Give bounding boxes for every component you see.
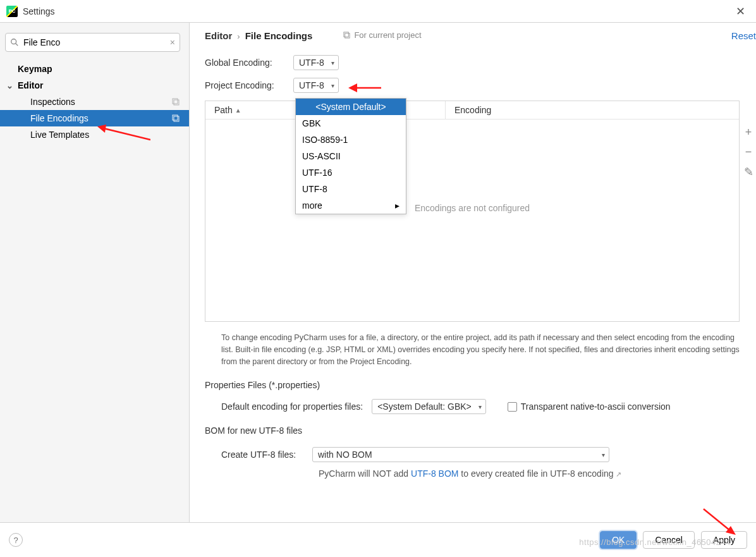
- breadcrumb-parent[interactable]: Editor: [205, 30, 232, 41]
- help-button[interactable]: ?: [9, 533, 23, 547]
- encoding-option-utf8[interactable]: UTF-8: [296, 181, 406, 197]
- title-bar: PC Settings ✕: [0, 0, 756, 23]
- properties-row: Default encoding for properties files: <…: [205, 399, 756, 414]
- svg-rect-6: [344, 32, 348, 37]
- dropdown-value: UTF-8: [299, 58, 324, 68]
- global-encoding-dropdown[interactable]: UTF-8: [293, 55, 339, 70]
- project-encoding-row: Project Encoding: UTF-8: [205, 78, 756, 93]
- sidebar: × Keymap Editor Inspections File Encodin…: [0, 23, 190, 522]
- edit-row-button[interactable]: ✎: [742, 165, 755, 179]
- col-label: Encoding: [454, 105, 491, 115]
- svg-rect-3: [174, 100, 179, 105]
- project-encoding-dropdown[interactable]: UTF-8: [293, 78, 339, 93]
- footer-buttons: OK Cancel Apply: [600, 531, 747, 549]
- sidebar-item-label: File Encodings: [30, 113, 88, 123]
- content: Editor › File Encodings For current proj…: [190, 23, 756, 522]
- close-icon[interactable]: ✕: [731, 4, 750, 18]
- scope-text: For current project: [354, 30, 421, 40]
- window-title: Settings: [23, 6, 55, 16]
- bom-section-title: BOM for new UTF-8 files: [205, 425, 756, 436]
- path-encoding-table: Path ▲ Encoding Encodings are not config…: [205, 101, 740, 322]
- bom-dropdown[interactable]: with NO BOM: [312, 447, 609, 462]
- svg-rect-7: [345, 34, 350, 38]
- add-row-button[interactable]: +: [742, 126, 755, 139]
- properties-label: Default encoding for properties files:: [221, 401, 363, 412]
- global-encoding-row: Global Encoding: UTF-8: [205, 55, 756, 70]
- apply-button[interactable]: Apply: [701, 531, 747, 549]
- properties-section-title: Properties Files (*.properties): [205, 380, 756, 390]
- dropdown-value: with NO BOM: [318, 450, 372, 460]
- bom-row: Create UTF-8 files: with NO BOM: [205, 447, 756, 462]
- settings-tree: Keymap Editor Inspections File Encodings…: [0, 61, 189, 143]
- submenu-arrow-icon: ▸: [395, 200, 399, 211]
- encoding-popup: <System Default> GBK ISO-8859-1 US-ASCII…: [295, 98, 406, 214]
- sidebar-item-label: Inspections: [30, 97, 75, 107]
- breadcrumb-current: File Encodings: [245, 30, 313, 41]
- search-icon: [10, 38, 19, 47]
- note-pre: PyCharm will NOT add: [319, 468, 411, 479]
- checkbox-label: Transparent native-to-ascii conversion: [521, 401, 671, 412]
- sidebar-item-file-encodings[interactable]: File Encodings: [0, 110, 189, 126]
- bom-note: PyCharm will NOT add UTF-8 BOM to every …: [205, 468, 756, 479]
- pycharm-icon: PC: [6, 6, 18, 17]
- sidebar-item-editor[interactable]: Editor: [0, 77, 189, 94]
- svg-rect-4: [173, 115, 178, 120]
- sidebar-item-label: Live Templates: [30, 130, 89, 140]
- dropdown-value: <System Default: GBK>: [377, 401, 472, 412]
- sidebar-item-label: Editor: [18, 80, 43, 90]
- svg-rect-2: [173, 99, 178, 104]
- encoding-option-gbk[interactable]: GBK: [296, 115, 406, 132]
- remove-row-button[interactable]: −: [742, 145, 755, 159]
- svg-rect-5: [174, 116, 179, 121]
- sort-asc-icon: ▲: [235, 107, 241, 114]
- note-post: to every created file in UTF-8 encoding: [458, 468, 613, 479]
- more-label: more: [302, 200, 322, 211]
- encoding-option-utf16[interactable]: UTF-16: [296, 164, 406, 181]
- table-actions: + − ✎: [742, 126, 755, 179]
- dropdown-value: UTF-8: [299, 80, 324, 90]
- ok-button[interactable]: OK: [600, 531, 637, 549]
- sidebar-item-keymap[interactable]: Keymap: [0, 61, 189, 77]
- clear-search-icon[interactable]: ×: [170, 37, 175, 47]
- reset-link[interactable]: Reset: [731, 30, 756, 41]
- search-input[interactable]: [5, 33, 180, 52]
- transparent-checkbox-wrap[interactable]: Transparent native-to-ascii conversion: [508, 401, 671, 412]
- encoding-option-system-default[interactable]: <System Default>: [296, 99, 406, 115]
- properties-encoding-dropdown[interactable]: <System Default: GBK>: [372, 399, 486, 414]
- encoding-option-iso[interactable]: ISO-8859-1: [296, 132, 406, 148]
- svg-line-1: [16, 44, 18, 46]
- sidebar-item-live-templates[interactable]: Live Templates: [0, 126, 189, 143]
- project-scope-icon: [171, 97, 180, 106]
- checkbox-icon[interactable]: [508, 402, 517, 412]
- footer: ? OK Cancel Apply: [0, 522, 756, 557]
- help-note: To change encoding PyCharm uses for a fi…: [221, 332, 740, 367]
- search-wrap: ×: [5, 33, 180, 52]
- chevron-right-icon: ›: [237, 32, 240, 41]
- encoding-option-more[interactable]: more▸: [296, 197, 406, 214]
- col-encoding-header[interactable]: Encoding: [446, 101, 739, 119]
- cancel-button[interactable]: Cancel: [643, 531, 695, 549]
- svg-point-0: [11, 39, 16, 44]
- external-link-icon: ↗: [616, 470, 621, 478]
- sidebar-item-inspections[interactable]: Inspections: [0, 94, 189, 110]
- breadcrumb: Editor › File Encodings For current proj…: [205, 30, 756, 41]
- sidebar-item-label: Keymap: [18, 64, 52, 74]
- project-scope-label: For current project: [343, 30, 421, 40]
- project-scope-icon: [171, 114, 180, 123]
- encoding-option-usascii[interactable]: US-ASCII: [296, 148, 406, 164]
- project-encoding-label: Project Encoding:: [205, 80, 293, 90]
- table-empty-text: Encodings are not configured: [415, 203, 530, 213]
- project-scope-icon: [343, 31, 351, 39]
- table-header: Path ▲ Encoding: [205, 101, 739, 119]
- bom-label: Create UTF-8 files:: [221, 450, 303, 460]
- col-label: Path: [214, 105, 233, 115]
- utf8-bom-link[interactable]: UTF-8 BOM: [411, 468, 458, 479]
- global-encoding-label: Global Encoding:: [205, 58, 293, 68]
